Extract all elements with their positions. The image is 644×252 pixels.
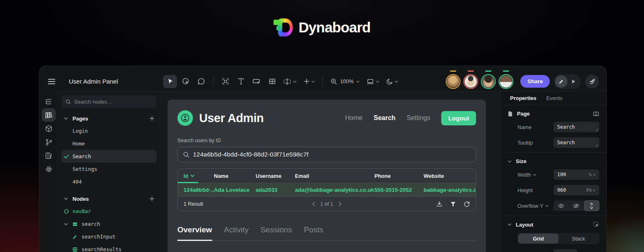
- overflow-hidden-option[interactable]: [569, 200, 584, 211]
- page-item-login[interactable]: Login: [61, 125, 156, 137]
- page-item-settings[interactable]: Settings: [61, 163, 156, 175]
- docs-book-icon[interactable]: [593, 111, 599, 117]
- select-tool-button[interactable]: [163, 75, 177, 88]
- column-header-name[interactable]: Name: [214, 173, 256, 179]
- search-icon: [183, 152, 189, 158]
- page-frame[interactable]: User Admin Home Search Settings Logout S…: [168, 100, 486, 252]
- page-indicator: 1 of 1: [320, 201, 333, 207]
- icon-rail: [39, 91, 58, 252]
- page-section: Page Name Search Tooltip Search: [501, 105, 606, 152]
- column-header-username[interactable]: Username: [256, 173, 295, 179]
- columns-slider[interactable]: [581, 249, 599, 252]
- chevron-down-icon[interactable]: [545, 205, 549, 207]
- interact-tool-button[interactable]: [179, 75, 193, 88]
- theme-toggle-button[interactable]: [383, 75, 401, 88]
- page-item-404[interactable]: 404: [61, 175, 156, 188]
- device-preview-button[interactable]: [364, 75, 382, 88]
- chevron-down-icon[interactable]: [533, 174, 536, 176]
- node-item-searchinput[interactable]: searchInput: [61, 230, 156, 243]
- deploy-button[interactable]: [585, 75, 599, 89]
- table-row[interactable]: 124a6b5d-… Ada Lovelace ada2033 ada@babb…: [178, 183, 476, 197]
- tab-properties[interactable]: Properties: [510, 95, 536, 101]
- tab-posts[interactable]: Posts: [304, 225, 324, 241]
- tab-activity[interactable]: Activity: [224, 225, 249, 241]
- layout-mode-control: Grid Stack: [517, 233, 599, 244]
- frame-tool-button[interactable]: [218, 75, 232, 88]
- select-target-icon[interactable]: [593, 221, 599, 228]
- rail-item-branches[interactable]: [42, 135, 56, 149]
- table-tool-button[interactable]: [265, 75, 279, 88]
- filter-icon[interactable]: [450, 201, 456, 207]
- height-input[interactable]: 960 PX: [553, 185, 599, 195]
- nodes-section-header[interactable]: Nodes: [61, 193, 156, 205]
- node-item-searchresults[interactable]: searchResults: [61, 243, 156, 252]
- width-input[interactable]: 100 %: [553, 169, 599, 180]
- cell-id: 124a6b5d-…: [184, 187, 214, 193]
- download-icon[interactable]: [436, 201, 442, 207]
- layout-stack-option[interactable]: Stack: [558, 234, 599, 243]
- brand-logo: Dynaboard: [274, 18, 371, 37]
- overflow-visible-option[interactable]: [553, 200, 569, 211]
- chevron-right-icon[interactable]: [338, 202, 341, 207]
- laptop-icon: [366, 78, 374, 85]
- logout-button[interactable]: Logout: [441, 111, 476, 125]
- rail-item-outline[interactable]: [42, 95, 56, 108]
- user-id-input[interactable]: [193, 151, 470, 158]
- chevron-left-icon[interactable]: [312, 202, 315, 207]
- design-canvas[interactable]: User Admin Home Search Settings Logout S…: [160, 91, 501, 252]
- tab-overview[interactable]: Overview: [177, 225, 212, 241]
- tab-sessions[interactable]: Sessions: [261, 225, 292, 241]
- button-tool-button[interactable]: [249, 75, 263, 88]
- node-search[interactable]: [61, 95, 156, 108]
- nav-item-settings[interactable]: Settings: [406, 114, 430, 122]
- cursor-icon: [166, 78, 174, 85]
- page-file-icon: [508, 111, 513, 117]
- add-node-button[interactable]: [301, 75, 317, 88]
- nav-item-home[interactable]: Home: [345, 114, 363, 122]
- rail-item-assets[interactable]: [42, 122, 56, 135]
- layout-grid-option[interactable]: Grid: [518, 234, 558, 243]
- text-tool-button[interactable]: [234, 75, 248, 88]
- column-header-id[interactable]: Id: [184, 173, 214, 179]
- avatar[interactable]: [481, 74, 496, 89]
- zoom-in-icon: [330, 78, 338, 85]
- node-search-input[interactable]: [74, 99, 152, 105]
- column-header-email[interactable]: Email: [295, 173, 374, 179]
- node-item-search[interactable]: search: [61, 218, 156, 230]
- user-id-search-field[interactable]: [177, 147, 476, 162]
- add-page-button[interactable]: [149, 116, 155, 121]
- refresh-icon[interactable]: [464, 201, 470, 207]
- comment-tool-button[interactable]: [194, 75, 208, 88]
- rail-item-theme[interactable]: [42, 149, 56, 162]
- rail-item-components[interactable]: [42, 108, 56, 122]
- pages-section-header[interactable]: Pages: [61, 112, 156, 125]
- node-item-navbar[interactable]: navBar: [61, 205, 156, 218]
- overflow-scroll-option[interactable]: [584, 200, 599, 211]
- avatar[interactable]: [463, 74, 478, 89]
- column-header-phone[interactable]: Phone: [374, 173, 424, 179]
- width-unit-select[interactable]: %: [589, 172, 596, 177]
- chevron-down-icon[interactable]: [508, 223, 512, 226]
- avatar[interactable]: [499, 74, 513, 89]
- tab-events[interactable]: Events: [546, 95, 562, 101]
- column-header-website[interactable]: Website: [424, 173, 476, 179]
- preview-mode-button[interactable]: [567, 75, 580, 88]
- edit-mode-button[interactable]: [555, 75, 567, 88]
- avatar[interactable]: [446, 74, 460, 89]
- zoom-control[interactable]: 100%: [328, 75, 362, 88]
- menu-icon[interactable]: [46, 76, 57, 87]
- share-button[interactable]: Share: [520, 75, 550, 88]
- name-input[interactable]: Search: [553, 122, 599, 132]
- page-item-search[interactable]: Search: [61, 150, 156, 163]
- tooltip-input[interactable]: Search: [553, 137, 599, 148]
- columns-input[interactable]: 12 COL: [553, 249, 577, 252]
- page-item-home[interactable]: Home: [61, 137, 156, 150]
- rail-item-settings[interactable]: [42, 162, 56, 176]
- chevron-down-icon[interactable]: [64, 223, 73, 225]
- chevron-down-icon[interactable]: [508, 160, 512, 163]
- nav-item-search[interactable]: Search: [374, 114, 395, 122]
- layout-section: Layout Grid Stack Columns 12 COL: [501, 216, 606, 252]
- add-node-button[interactable]: [149, 196, 155, 202]
- height-unit-select[interactable]: PX: [586, 188, 596, 193]
- input-tool-button[interactable]: [281, 75, 299, 88]
